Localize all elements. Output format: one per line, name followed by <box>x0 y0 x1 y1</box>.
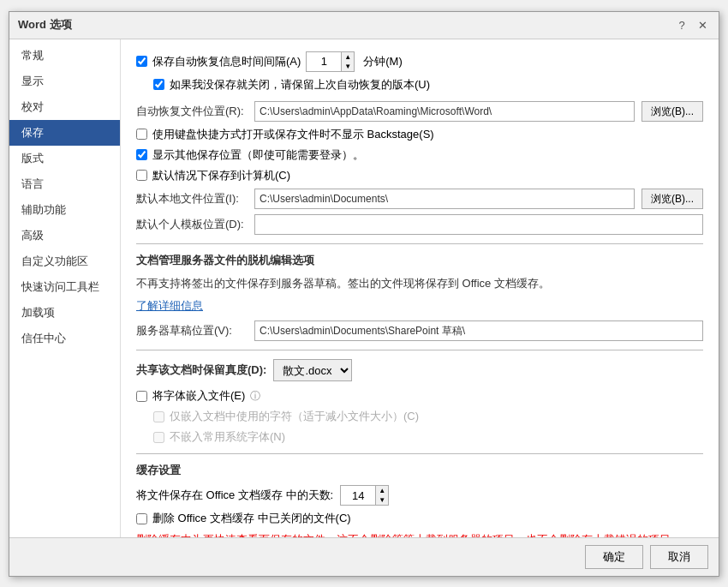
sidebar-item-4[interactable]: 版式 <box>9 146 120 171</box>
sidebar-item-10[interactable]: 加载项 <box>9 300 120 326</box>
no-common-row: 不嵌入常用系统字体(N) <box>153 429 703 445</box>
share-section: 共享该文档时保留真度(D): 散文.docx <box>136 359 703 381</box>
cache-spin-up-btn[interactable]: ▲ <box>376 486 388 495</box>
cache-days-input[interactable]: 14 <box>341 486 375 505</box>
default-local-checkbox[interactable] <box>136 170 147 181</box>
default-template-row: 默认个人模板位置(D): <box>136 214 703 235</box>
delete-closed-row: 删除 Office 文档缓存 中已关闭的文件(C) <box>136 511 703 526</box>
sidebar-item-8[interactable]: 自定义功能区 <box>9 249 120 274</box>
autosave-section: 保存自动恢复信息时间间隔(A) 1 ▲ ▼ 分钟(M) 如果我没保存就关闭，请保… <box>136 51 703 93</box>
main-content: 保存自动恢复信息时间间隔(A) 1 ▲ ▼ 分钟(M) 如果我没保存就关闭，请保… <box>121 39 719 537</box>
server-draft-input[interactable] <box>254 320 703 341</box>
bottom-bar: 确定 取消 <box>9 537 719 576</box>
sidebar-item-1[interactable]: 显示 <box>9 69 120 94</box>
autorecover-label: 自动恢复文件位置(R): <box>136 104 248 119</box>
no-common-checkbox[interactable] <box>153 432 164 443</box>
no-common-label: 不嵌入常用系统字体(N) <box>170 429 285 445</box>
dialog-body: 常规显示校对保存版式语言辅助功能高级自定义功能区快速访问工具栏加载项信任中心 保… <box>9 39 719 537</box>
server-draft-row: 服务器草稿位置(V): <box>136 320 703 341</box>
default-template-input[interactable] <box>254 214 703 235</box>
sidebar-item-7[interactable]: 高级 <box>9 223 120 249</box>
browse1-button[interactable]: 浏览(B)... <box>641 101 703 122</box>
cache-days-spinner: 14 ▲ ▼ <box>340 485 389 506</box>
autosave-label: 保存自动恢复信息时间间隔(A) <box>152 54 301 69</box>
autosave-checkbox[interactable] <box>136 56 147 67</box>
keyboard-checkbox[interactable] <box>136 129 147 140</box>
default-location-label: 默认本地文件位置(I): <box>136 191 248 207</box>
keyboard-row: 使用键盘快捷方式打开或保存文件时不显示 Backstage(S) <box>136 127 703 142</box>
default-location-row: 默认本地文件位置(I): 浏览(B)... <box>136 189 703 209</box>
dialog-title: Word 选项 <box>18 17 72 33</box>
sidebar-item-11[interactable]: 信任中心 <box>9 326 120 351</box>
spin-down-btn[interactable]: ▼ <box>342 62 354 71</box>
embed-only-checkbox[interactable] <box>153 411 164 422</box>
server-draft-label: 服务器草稿位置(V): <box>136 323 248 338</box>
title-controls: ? ✕ <box>674 17 710 33</box>
show-other-label: 显示其他保存位置（即使可能需要登录）。 <box>152 147 364 163</box>
embed-only-row: 仅嵌入文档中使用的字符（适于减小文件大小）(C) <box>153 409 703 424</box>
cache-days-row: 将文件保存在 Office 文档缓存 中的天数: 14 ▲ ▼ <box>136 485 703 506</box>
show-other-row: 显示其他保存位置（即使可能需要登录）。 <box>136 147 703 163</box>
cancel-button[interactable]: 取消 <box>650 545 708 569</box>
cache-section-header: 缓存设置 <box>136 463 703 478</box>
autorecover-path-input[interactable] <box>254 101 635 122</box>
sidebar-item-6[interactable]: 辅助功能 <box>9 197 120 223</box>
keep-last-checkbox[interactable] <box>153 79 164 90</box>
offline-desc: 不再支持将签出的文件保存到服务器草稿。签出的文件现将保存到 Office 文档缓… <box>136 275 703 293</box>
sidebar-item-2[interactable]: 校对 <box>9 94 120 120</box>
cache-spin-down-btn[interactable]: ▼ <box>376 495 388 505</box>
keep-last-label: 如果我没保存就关闭，请保留上次自动恢复的版本(U) <box>170 77 430 93</box>
sidebar: 常规显示校对保存版式语言辅助功能高级自定义功能区快速访问工具栏加载项信任中心 <box>9 39 121 537</box>
autorecover-row: 自动恢复文件位置(R): 浏览(B)... <box>136 101 703 122</box>
delete-closed-checkbox[interactable] <box>136 513 147 524</box>
spin-up-btn[interactable]: ▲ <box>342 52 354 62</box>
default-template-label: 默认个人模板位置(D): <box>136 217 248 232</box>
default-location-input[interactable] <box>254 189 635 209</box>
default-local-label: 默认情况下保存到计算机(C) <box>152 168 290 183</box>
delete-closed-label: 删除 Office 文档缓存 中已关闭的文件(C) <box>152 511 351 526</box>
minutes-spinner: 1 ▲ ▼ <box>306 51 355 72</box>
sidebar-item-0[interactable]: 常规 <box>9 43 120 69</box>
show-other-checkbox[interactable] <box>136 149 147 160</box>
close-button[interactable]: ✕ <box>695 17 710 33</box>
learn-more-text[interactable]: 了解详细信息 <box>136 299 203 312</box>
embed-only-label: 仅嵌入文档中使用的字符（适于减小文件大小）(C) <box>170 409 419 424</box>
sidebar-item-9[interactable]: 快速访问工具栏 <box>9 274 120 300</box>
sidebar-item-5[interactable]: 语言 <box>9 171 120 197</box>
title-bar: Word 选项 ? ✕ <box>9 12 719 39</box>
info-icon: ⓘ <box>250 389 260 404</box>
cache-days-label: 将文件保存在 Office 文档缓存 中的天数: <box>136 488 333 503</box>
sidebar-item-3[interactable]: 保存 <box>9 120 120 146</box>
ok-button[interactable]: 确定 <box>585 545 643 569</box>
default-local-row: 默认情况下保存到计算机(C) <box>136 168 703 183</box>
embed-fonts-label: 将字体嵌入文件(E) <box>152 388 245 404</box>
share-label: 共享该文档时保留真度(D): <box>136 362 266 378</box>
minutes-input[interactable]: 1 <box>307 52 341 71</box>
offline-section-header: 文档管理服务器文件的脱机编辑选项 <box>136 253 703 268</box>
word-options-dialog: Word 选项 ? ✕ 常规显示校对保存版式语言辅助功能高级自定义功能区快速访问… <box>9 11 719 577</box>
embed-fonts-checkbox[interactable] <box>136 391 147 402</box>
autosave-row: 保存自动恢复信息时间间隔(A) 1 ▲ ▼ 分钟(M) <box>136 51 703 72</box>
embed-fonts-row: 将字体嵌入文件(E) ⓘ <box>136 388 703 404</box>
learn-more-link: 了解详细信息 <box>136 297 703 315</box>
share-format-select[interactable]: 散文.docx <box>273 359 352 381</box>
keep-last-row: 如果我没保存就关闭，请保留上次自动恢复的版本(U) <box>153 77 703 93</box>
keyboard-label: 使用键盘快捷方式打开或保存文件时不显示 Backstage(S) <box>152 127 434 142</box>
browse2-button[interactable]: 浏览(B)... <box>641 189 703 209</box>
help-button[interactable]: ? <box>674 17 689 33</box>
delete-desc: 删除缓存中为更快速查看而保存的文件。这不会删除等等上载到服务器的项目，也不会删除… <box>136 531 703 536</box>
minutes-label: 分钟(M) <box>363 54 403 69</box>
